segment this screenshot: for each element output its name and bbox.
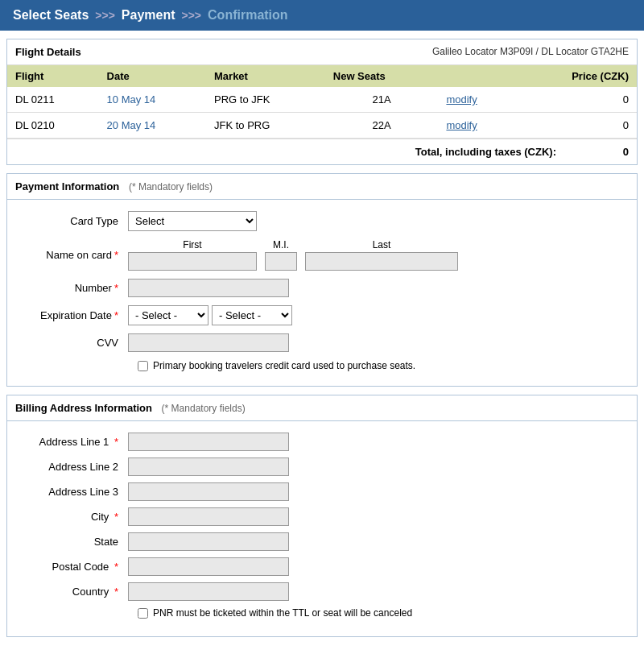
billing-form: Address Line 1 *Address Line 2Address Li…: [7, 421, 637, 636]
cell-price: 0: [516, 87, 637, 113]
flight-details-header: Flight Details Galileo Locator M3P09I / …: [7, 39, 637, 65]
billing-row-address1: Address Line 1 *: [23, 433, 621, 451]
flight-table: Flight Date Market New Seats Price (CZK)…: [7, 65, 637, 139]
payment-form: Card Type SelectVisaMasterCardAmerican E…: [7, 200, 637, 386]
last-label: Last: [373, 239, 391, 250]
payment-mandatory: (* Mandatory fields): [129, 181, 213, 193]
billing-row-postal: Postal Code *: [23, 557, 621, 576]
expiry-label: Expiration Date*: [23, 309, 128, 321]
state-label: State: [23, 536, 128, 548]
postal-label: Postal Code *: [23, 561, 128, 573]
address2-input[interactable]: [128, 457, 289, 476]
postal-input[interactable]: [128, 557, 289, 576]
cvv-input[interactable]: [128, 333, 289, 352]
cell-flight: DL 0210: [7, 113, 99, 139]
expiry-month-select[interactable]: - Select - 01020304 05060708 09101112: [128, 305, 208, 325]
total-value: 0: [605, 146, 629, 158]
primary-card-checkbox-row: Primary booking travelers credit card us…: [138, 360, 621, 371]
card-type-row: Card Type SelectVisaMasterCardAmerican E…: [23, 211, 621, 231]
sep1: >>>: [95, 9, 115, 22]
card-number-input[interactable]: [128, 279, 289, 297]
cvv-row: CVV: [23, 333, 621, 352]
card-type-label: Card Type: [23, 215, 128, 227]
billing-row-state: State: [23, 532, 621, 551]
address1-input[interactable]: [128, 433, 289, 451]
country-input[interactable]: [128, 582, 289, 601]
locator-text: Galileo Locator M3P09I / DL Locator GTA2…: [432, 46, 629, 58]
mi-col: M.I.: [265, 239, 297, 271]
total-row: Total, including taxes (CZK): 0: [7, 139, 637, 164]
number-label: Number*: [23, 282, 128, 294]
mi-input[interactable]: [265, 252, 297, 271]
step2-label: Payment: [122, 8, 175, 23]
expiry-row: Expiration Date* - Select - 01020304 050…: [23, 305, 621, 325]
cell-date: 10 May 14: [99, 87, 206, 113]
city-input[interactable]: [128, 507, 289, 526]
cell-market: PRG to JFK: [206, 87, 325, 113]
pnr-checkbox[interactable]: [138, 608, 148, 619]
city-label: City *: [23, 511, 128, 523]
pnr-checkbox-row: PNR must be ticketed within the TTL or s…: [138, 607, 621, 619]
col-date: Date: [99, 65, 206, 87]
card-type-select[interactable]: SelectVisaMasterCardAmerican Express: [128, 211, 257, 231]
name-on-card-row: Name on card* First M.I. Last: [23, 239, 621, 271]
name-on-card-label: Name on card*: [23, 249, 128, 261]
cell-modify[interactable]: modify: [438, 87, 515, 113]
mi-label: M.I.: [273, 239, 289, 250]
first-name-col: First: [128, 239, 257, 271]
table-row: DL 0211 10 May 14 PRG to JFK 21A modify …: [7, 87, 637, 113]
table-row: DL 0210 20 May 14 JFK to PRG 22A modify …: [7, 113, 637, 139]
total-label: Total, including taxes (CZK):: [415, 146, 556, 158]
expiry-selects: - Select - 01020304 05060708 09101112 - …: [128, 305, 292, 325]
first-label: First: [183, 239, 201, 250]
billing-title: Billing Address Information (* Mandatory…: [7, 395, 637, 421]
first-name-input[interactable]: [128, 252, 257, 271]
cell-market: JFK to PRG: [206, 113, 325, 139]
billing-section: Billing Address Information (* Mandatory…: [6, 395, 638, 637]
flight-details-section: Flight Details Galileo Locator M3P09I / …: [6, 39, 638, 165]
billing-row-address2: Address Line 2: [23, 457, 621, 476]
state-input[interactable]: [128, 532, 289, 551]
billing-row-city: City *: [23, 507, 621, 526]
payment-title: Payment Information (* Mandatory fields): [7, 174, 637, 200]
number-row: Number*: [23, 279, 621, 297]
address2-label: Address Line 2: [23, 461, 128, 473]
address3-input[interactable]: [128, 482, 289, 501]
primary-card-label: Primary booking travelers credit card us…: [153, 360, 415, 371]
address1-label: Address Line 1 *: [23, 436, 128, 448]
payment-section: Payment Information (* Mandatory fields)…: [6, 173, 638, 387]
primary-card-checkbox[interactable]: [138, 361, 148, 371]
cvv-label: CVV: [23, 337, 128, 349]
cell-modify[interactable]: modify: [438, 113, 515, 139]
pnr-label: PNR must be ticketed within the TTL or s…: [153, 607, 412, 619]
name-fields: First M.I. Last: [128, 239, 458, 271]
expiry-year-select[interactable]: - Select - 2014201520162017 201820192020: [212, 305, 292, 325]
last-name-col: Last: [305, 239, 458, 271]
table-header-row: Flight Date Market New Seats Price (CZK): [7, 65, 637, 87]
cell-seats: 21A: [325, 87, 439, 113]
cell-date: 20 May 14: [99, 113, 206, 139]
cell-seats: 22A: [325, 113, 439, 139]
col-modify: [438, 65, 515, 87]
last-name-input[interactable]: [305, 252, 458, 271]
step3-label: Confirmation: [208, 8, 288, 23]
billing-row-country: Country *: [23, 582, 621, 601]
cell-flight: DL 0211: [7, 87, 99, 113]
billing-mandatory: (* Mandatory fields): [162, 403, 246, 414]
address3-label: Address Line 3: [23, 486, 128, 498]
step1-label: Select Seats: [13, 8, 89, 23]
country-label: Country *: [23, 586, 128, 598]
col-price: Price (CZK): [516, 65, 637, 87]
cell-price: 0: [516, 113, 637, 139]
col-seats: New Seats: [325, 65, 439, 87]
billing-row-address3: Address Line 3: [23, 482, 621, 501]
col-flight: Flight: [7, 65, 99, 87]
sep2: >>>: [182, 9, 202, 22]
header-nav: Select Seats >>> Payment >>> Confirmatio…: [0, 0, 644, 31]
purchase-btn-row: Purchase: [0, 645, 644, 650]
flight-details-title: Flight Details: [15, 46, 81, 58]
col-market: Market: [206, 65, 325, 87]
